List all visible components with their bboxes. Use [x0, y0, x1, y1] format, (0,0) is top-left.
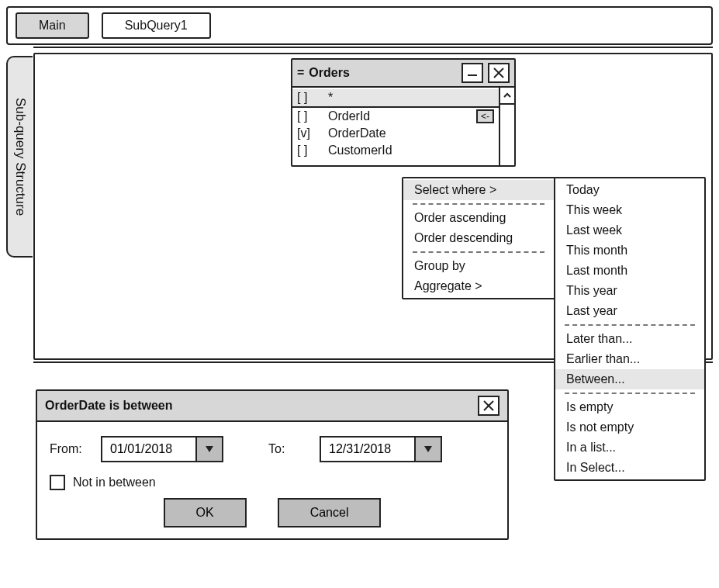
menu-this-year[interactable]: This year	[555, 281, 704, 301]
menu-separator	[565, 324, 695, 326]
menu-in-a-list[interactable]: In a list...	[555, 438, 704, 458]
dialog-titlebar[interactable]: OrderDate is between	[37, 391, 507, 422]
not-in-between-checkbox[interactable]: Not in between	[50, 475, 495, 490]
menu-this-week[interactable]: This week	[555, 200, 704, 220]
column-list: [ ] * [ ] OrderId <- [v] OrderDate	[292, 88, 499, 165]
close-button[interactable]	[488, 63, 510, 83]
query-tab-bar: Main SubQuery1	[6, 6, 713, 45]
column-row-all[interactable]: [ ] *	[292, 89, 499, 108]
to-date-input[interactable]	[321, 438, 414, 461]
menu-last-year[interactable]: Last year	[555, 301, 704, 321]
menu-is-not-empty[interactable]: Is not empty	[555, 417, 704, 438]
column-context-menu: Select where > Order ascending Order des…	[402, 177, 555, 299]
table-window-title: Orders	[309, 66, 349, 80]
collapse-icon: =	[297, 66, 304, 80]
checkbox-icon[interactable]: [ ]	[297, 144, 323, 157]
to-label: To:	[268, 442, 309, 456]
ok-button[interactable]: OK	[164, 498, 247, 527]
from-label: From:	[50, 442, 90, 456]
dropdown-icon[interactable]	[414, 438, 441, 461]
menu-order-descending[interactable]: Order descending	[403, 228, 554, 248]
menu-aggregate[interactable]: Aggregate >	[403, 276, 554, 296]
menu-order-ascending[interactable]: Order ascending	[403, 208, 554, 228]
svg-marker-5	[206, 446, 213, 452]
checkbox-label: Not in between	[73, 476, 156, 489]
column-name: CustomerId	[328, 144, 392, 157]
column-name: OrderId	[328, 109, 370, 123]
minimize-button[interactable]	[461, 63, 483, 83]
cancel-button[interactable]: Cancel	[278, 498, 382, 527]
menu-between[interactable]: Between...	[555, 369, 704, 389]
menu-in-select[interactable]: In Select...	[555, 458, 704, 478]
svg-marker-6	[424, 446, 432, 452]
menu-separator	[565, 393, 695, 394]
menu-later-than[interactable]: Later than...	[555, 329, 704, 349]
to-date-combo[interactable]	[320, 436, 442, 462]
checkbox-icon[interactable]: [ ]	[297, 91, 323, 105]
menu-select-where[interactable]: Select where >	[403, 180, 554, 200]
subquery-structure-tab[interactable]: Sub-query Structure	[6, 56, 33, 258]
column-scrollbar[interactable]	[499, 88, 514, 165]
tab-main[interactable]: Main	[16, 12, 89, 39]
dialog-close-button[interactable]	[478, 396, 499, 416]
menu-last-week[interactable]: Last week	[555, 220, 704, 240]
menu-group-by[interactable]: Group by	[403, 256, 554, 276]
menu-this-month[interactable]: This month	[555, 240, 704, 261]
menu-today[interactable]: Today	[555, 180, 704, 200]
between-dialog: OrderDate is between From: To:	[36, 389, 509, 540]
column-row-customerid[interactable]: [ ] CustomerId	[292, 142, 499, 159]
primary-key-icon: <-	[476, 109, 494, 123]
menu-separator	[413, 251, 544, 253]
from-date-input[interactable]	[102, 438, 195, 461]
column-row-orderid[interactable]: [ ] OrderId <-	[292, 108, 499, 125]
menu-earlier-than[interactable]: Earlier than...	[555, 349, 704, 369]
checkbox-icon[interactable]	[50, 475, 65, 490]
menu-is-empty[interactable]: Is empty	[555, 397, 704, 417]
column-row-orderdate[interactable]: [v] OrderDate	[292, 125, 499, 142]
tab-subquery1[interactable]: SubQuery1	[102, 12, 211, 39]
column-name: *	[328, 91, 333, 105]
dialog-title-text: OrderDate is between	[45, 399, 173, 413]
from-date-combo[interactable]	[101, 436, 223, 462]
select-where-submenu: Today This week Last week This month Las…	[554, 177, 706, 481]
dropdown-icon[interactable]	[195, 438, 222, 461]
menu-last-month[interactable]: Last month	[555, 261, 704, 281]
column-name: OrderDate	[328, 126, 386, 140]
checkbox-icon[interactable]: [v]	[297, 126, 323, 140]
scroll-up-icon[interactable]	[500, 88, 514, 105]
scroll-track[interactable]	[500, 105, 514, 165]
checkbox-icon[interactable]: [ ]	[297, 109, 323, 123]
menu-separator	[413, 203, 544, 205]
table-window-titlebar[interactable]: = Orders	[292, 60, 514, 88]
table-window-orders: = Orders [ ] *	[291, 58, 516, 167]
